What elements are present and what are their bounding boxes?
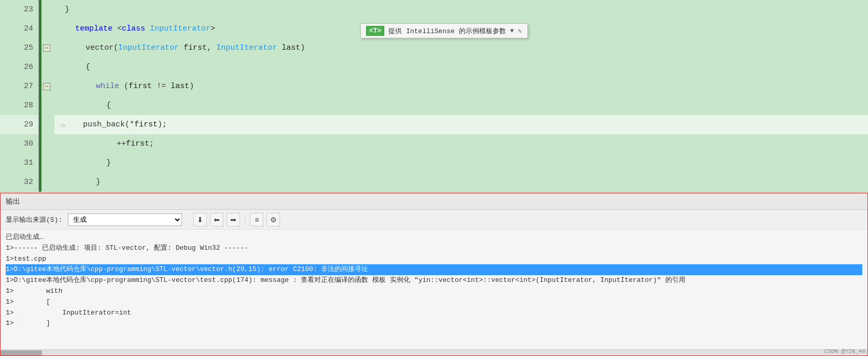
template-badge: <T> xyxy=(366,26,384,36)
output-line-4-error: 1>D:\gitee本地代码仓库\cpp-programming\STL-vec… xyxy=(6,264,862,275)
output-line-9: 1> ] xyxy=(6,318,862,329)
line-num-28: 28 xyxy=(0,96,38,115)
code-line-27: while (first != last) xyxy=(54,77,868,96)
output-panel-header: 输出 xyxy=(1,193,867,210)
code-line-24: template <class InputIterator> <T> 提供 In… xyxy=(54,19,868,38)
code-line-29: push_back(*first); xyxy=(54,115,868,134)
line-num-30: 30 xyxy=(0,134,38,153)
line-num-27: 27 xyxy=(0,77,38,96)
toolbar-separator xyxy=(245,215,245,225)
output-line-7: 1> [ xyxy=(6,297,862,308)
line-num-32: 32 xyxy=(0,173,38,192)
collapse-btn-25[interactable]: − xyxy=(43,45,50,52)
output-toolbar: 显示输出来源(S): 生成 ⬇ ⬅ ➡ ≡ ⚙ xyxy=(1,210,867,230)
output-line-3: 1>test.cpp xyxy=(6,254,862,265)
intellisense-dropdown-arrow[interactable]: ▼ xyxy=(510,27,514,35)
code-lines-container: } template <class InputIterator> <T> 提供 … xyxy=(54,0,868,192)
line-num-26: 26 xyxy=(0,58,38,77)
line-num-29: 29 xyxy=(0,115,38,134)
intellisense-edit-icon[interactable]: ✎ xyxy=(518,27,522,35)
source-select[interactable]: 生成 xyxy=(68,213,182,226)
output-panel-title: 输出 xyxy=(6,197,20,206)
line-numbers: 23 24 25 26 27 28 29 30 31 32 33 34 xyxy=(0,0,39,192)
code-line-26: { xyxy=(54,58,868,77)
output-line-8: 1> InputIterator=int xyxy=(6,308,862,319)
intellisense-text: 提供 IntelliSense 的示例模板参数 xyxy=(388,26,506,36)
code-editor: 23 24 25 26 27 28 29 30 31 32 33 34 − − … xyxy=(0,0,868,192)
code-line-30: ++first; xyxy=(54,134,868,153)
code-line-23: } xyxy=(54,0,868,19)
line-num-25: 25 xyxy=(0,38,38,58)
collapse-btn-27[interactable]: − xyxy=(43,83,50,90)
output-panel: 输出 显示输出来源(S): 生成 ⬇ ⬅ ➡ ≡ ⚙ 已启动生成… 1>----… xyxy=(0,193,868,356)
toolbar-btn-5[interactable]: ⚙ xyxy=(267,213,280,226)
code-line-31: } xyxy=(54,153,868,173)
watermark: CSDN @YIN_40 xyxy=(824,348,865,354)
green-bar xyxy=(39,0,41,192)
toolbar-btn-2[interactable]: ⬅ xyxy=(210,213,223,226)
output-content[interactable]: 已启动生成… 1>------ 已启动生成: 项目: STL-vector, 配… xyxy=(1,230,867,349)
toolbar-btn-4[interactable]: ≡ xyxy=(250,213,263,226)
line-num-23: 23 xyxy=(0,0,38,19)
line-num-24: 24 xyxy=(0,19,38,38)
code-line-32: } xyxy=(54,173,868,192)
scrollbar-thumb[interactable] xyxy=(1,350,42,355)
source-label: 显示输出来源(S): xyxy=(6,215,62,224)
intellisense-tooltip: <T> 提供 IntelliSense 的示例模板参数 ▼ ✎ xyxy=(360,23,528,38)
output-line-6: 1> with xyxy=(6,286,862,297)
line-num-31: 31 xyxy=(0,153,38,173)
code-line-25: vector(InputIterator first, InputIterato… xyxy=(54,38,868,58)
output-scrollbar[interactable] xyxy=(1,349,867,355)
toolbar-btn-3[interactable]: ➡ xyxy=(227,213,240,226)
toolbar-btn-1[interactable]: ⬇ xyxy=(193,213,207,226)
output-line-5: 1>D:\gitee本地代码仓库\cpp-programming\STL-vec… xyxy=(6,275,862,286)
output-line-1: 已启动生成… xyxy=(6,232,862,243)
code-content: − − − ⇒ } template <class InputIterator>… xyxy=(39,0,868,192)
output-line-2: 1>------ 已启动生成: 项目: STL-vector, 配置: Debu… xyxy=(6,243,862,254)
code-line-28: { xyxy=(54,96,868,115)
